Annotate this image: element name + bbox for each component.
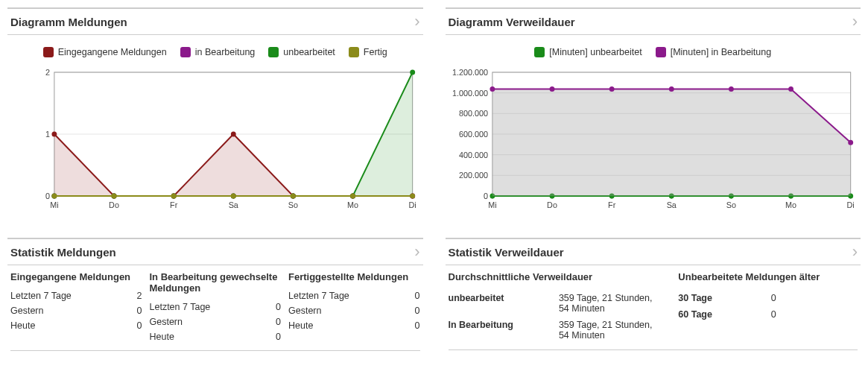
col-heading: Eingegangene Meldungen — [10, 271, 142, 282]
chevron-right-icon[interactable]: › — [852, 13, 858, 30]
stat-row: Letzten 7 Tage0 — [288, 288, 420, 303]
stat-value: 0 — [276, 317, 281, 327]
stat-label: unbearbeitet — [449, 293, 553, 314]
panel-title: Diagramm Meldungen — [10, 16, 127, 28]
svg-point-24 — [231, 132, 236, 137]
verweildauer-chart: 0200.000400.000600.000800.0001.000.0001.… — [449, 65, 858, 214]
svg-text:Sa: Sa — [229, 200, 239, 209]
stat-label: Letzten 7 Tage — [288, 291, 349, 301]
legend-item[interactable]: [Minuten] in Bearbeitung — [656, 47, 772, 57]
stat-label: Heute — [150, 332, 174, 342]
stats-column: Eingegangene MeldungenLetzten 7 Tage2Ges… — [10, 271, 142, 344]
svg-text:1.000.000: 1.000.000 — [452, 89, 488, 98]
stat-value: 359 Tage, 21 Stunden, 54 Minuten — [559, 293, 663, 314]
svg-point-43 — [112, 194, 117, 199]
legend-label: Eingegangene Meldungen — [58, 47, 167, 57]
svg-point-89 — [728, 86, 733, 92]
svg-text:1.200.000: 1.200.000 — [452, 68, 488, 77]
col-heading: Durchschnittliche Verweildauer — [449, 271, 664, 282]
stat-label: Gestern — [10, 306, 43, 316]
svg-text:800.000: 800.000 — [459, 109, 488, 118]
chevron-right-icon[interactable]: › — [414, 13, 419, 30]
stat-row: Gestern0 — [288, 303, 420, 318]
svg-text:Fr: Fr — [170, 200, 178, 209]
stat-value: 0 — [276, 332, 281, 342]
svg-point-42 — [51, 194, 57, 199]
col-heading: Unbearbeitete Meldungen älter — [678, 271, 858, 282]
legend-item[interactable]: Fertig — [349, 47, 387, 57]
legend-swatch — [43, 47, 54, 57]
stat-label: Heute — [288, 320, 313, 331]
svg-point-47 — [350, 194, 355, 199]
stat-row: Heute0 — [150, 329, 282, 344]
stat-row: Gestern0 — [10, 303, 142, 318]
legend-label: [Minuten] in Bearbeitung — [671, 47, 772, 57]
stat-value: 0 — [415, 291, 420, 301]
svg-text:600.000: 600.000 — [459, 130, 488, 139]
svg-text:Mi: Mi — [488, 200, 496, 209]
stat-label: In Bearbeitung — [449, 320, 553, 341]
stat-row: unbearbeitet359 Tage, 21 Stunden, 54 Min… — [449, 290, 664, 317]
legend-item[interactable]: in Bearbeitung — [180, 47, 256, 57]
stat-row: Heute0 — [288, 318, 420, 333]
svg-point-88 — [668, 86, 674, 92]
svg-text:Fr: Fr — [608, 200, 616, 209]
svg-text:So: So — [726, 200, 735, 209]
chevron-right-icon[interactable]: › — [852, 244, 858, 260]
stat-label: Gestern — [150, 317, 183, 327]
stat-value: 0 — [137, 320, 142, 331]
verweildauer-stats-grid: Durchschnittliche Verweildauer unbearbei… — [449, 271, 858, 350]
panel-title: Statistik Verweildauer — [449, 246, 564, 259]
stat-row: Heute0 — [10, 318, 142, 333]
svg-point-41 — [410, 70, 415, 75]
stat-label: Gestern — [288, 306, 321, 316]
svg-text:200.000: 200.000 — [459, 171, 488, 180]
stat-label: Heute — [10, 320, 35, 331]
legend-swatch — [180, 47, 191, 57]
legend-swatch — [349, 47, 359, 57]
svg-point-21 — [51, 132, 57, 137]
stat-label: Letzten 7 Tage — [150, 302, 211, 312]
stat-row: Gestern0 — [150, 314, 282, 329]
legend-item[interactable]: Eingegangene Meldungen — [43, 47, 167, 57]
svg-text:Di: Di — [409, 200, 416, 209]
panel-title: Statistik Meldungen — [10, 246, 116, 259]
stat-row: In Bearbeitung359 Tage, 21 Stunden, 54 M… — [449, 317, 664, 344]
svg-point-46 — [291, 194, 296, 199]
svg-point-90 — [788, 86, 793, 92]
svg-text:Di: Di — [846, 200, 854, 209]
svg-text:2: 2 — [45, 68, 50, 77]
panel-stat-meldungen: Statistik Meldungen › Eingegangene Meldu… — [7, 238, 423, 360]
stat-value: 0 — [415, 306, 420, 316]
legend-label: unbearbeitet — [283, 47, 335, 57]
svg-point-85 — [490, 86, 495, 92]
svg-text:0: 0 — [45, 192, 50, 200]
chart-legend: Eingegangene Meldungenin Bearbeitungunbe… — [10, 47, 420, 57]
legend-swatch — [656, 47, 666, 57]
legend-label: Fertig — [364, 47, 387, 57]
panel-chart-verweildauer: Diagramm Verweildauer › [Minuten] unbear… — [446, 7, 861, 223]
legend-item[interactable]: unbearbeitet — [268, 47, 335, 57]
meldungen-chart: 012MiDoFrSaSoMoDi — [10, 65, 420, 214]
col-heading: In Bearbeitung gewechselte Meldungen — [150, 271, 282, 294]
stat-value: 2 — [137, 291, 142, 301]
legend-item[interactable]: [Minuten] unbearbeitet — [534, 47, 642, 57]
legend-label: in Bearbeitung — [195, 47, 256, 57]
legend-swatch — [268, 47, 279, 57]
svg-text:So: So — [288, 200, 298, 209]
panel-title: Diagramm Verweildauer — [449, 16, 575, 28]
svg-text:1: 1 — [45, 130, 50, 139]
stat-value: 0 — [771, 293, 858, 303]
stat-row: 30 Tage0 — [678, 290, 858, 306]
legend-label: [Minuten] unbearbeitet — [549, 47, 642, 57]
chart-legend: [Minuten] unbearbeitet[Minuten] in Bearb… — [449, 47, 858, 57]
legend-swatch — [534, 47, 545, 57]
svg-point-45 — [231, 194, 236, 199]
svg-point-87 — [609, 86, 614, 92]
panel-stat-verweildauer: Statistik Verweildauer › Durchschnittlic… — [446, 238, 861, 360]
stat-label: 60 Tage — [678, 309, 764, 320]
svg-text:Do: Do — [547, 200, 557, 209]
chevron-right-icon[interactable]: › — [414, 244, 419, 260]
svg-text:400.000: 400.000 — [459, 151, 488, 159]
meldungen-stats-grid: Eingegangene MeldungenLetzten 7 Tage2Ges… — [10, 271, 420, 351]
